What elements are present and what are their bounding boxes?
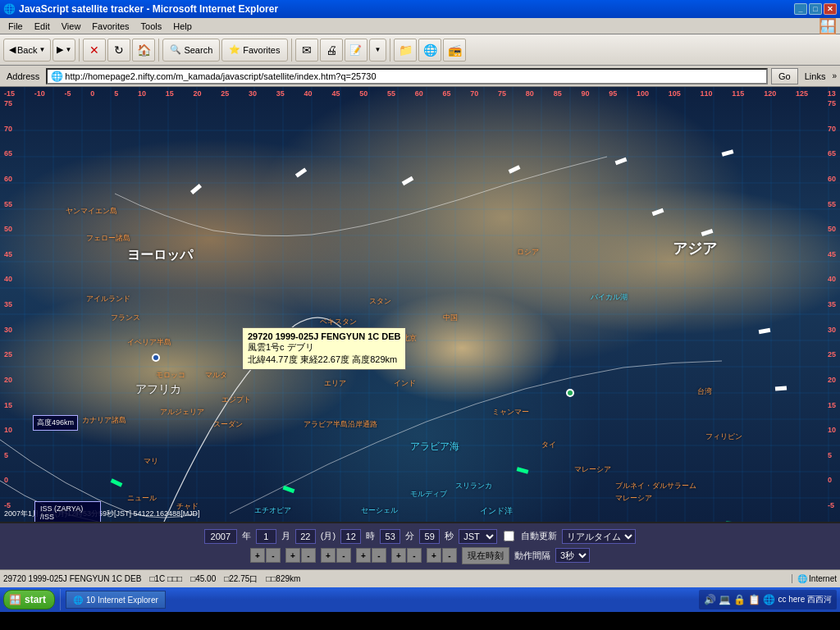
sec-minus-btn[interactable]: - xyxy=(442,548,457,563)
menu-file[interactable]: File xyxy=(3,20,28,33)
windows-logo-icon: 🪟 xyxy=(819,17,837,35)
radio-button[interactable]: 📻 xyxy=(443,39,466,62)
title-bar: 🌐 JavaScript satellite tracker - Microso… xyxy=(0,0,840,18)
menu-view[interactable]: View xyxy=(57,20,86,33)
day-plus-btn[interactable]: + xyxy=(321,548,336,563)
menu-favorites[interactable]: Favorites xyxy=(87,20,134,33)
year-minus-btn[interactable]: - xyxy=(266,548,281,563)
auto-update-checkbox[interactable] xyxy=(504,531,514,541)
start-button[interactable]: 🪟 start xyxy=(3,590,55,609)
menu-help[interactable]: Help xyxy=(168,20,197,33)
sec-adj: + - xyxy=(427,548,457,563)
status-bar: 29720 1999-025J FENGYUN 1C DEB □1C □□□ □… xyxy=(0,569,840,587)
go-button[interactable]: Go xyxy=(771,68,798,84)
year-adj: + - xyxy=(250,548,281,563)
min-adj: + - xyxy=(391,548,422,563)
year-plus-btn[interactable]: + xyxy=(250,548,265,563)
address-input-container[interactable]: 🌐 http://homepage2.nifty.com/m_kamada/ja… xyxy=(46,68,768,84)
hour-minus-btn[interactable]: - xyxy=(372,548,386,563)
links-button[interactable]: Links xyxy=(801,71,829,81)
day-adj: + - xyxy=(321,548,351,563)
year-label: 年 xyxy=(242,530,251,542)
year-input[interactable] xyxy=(204,529,237,544)
sec-plus-btn[interactable]: + xyxy=(427,548,441,563)
taskbar-separator xyxy=(60,589,61,610)
controls-bar: 年 月 (月) 時 分 秒 JST UTC 自動更新 リアルタイム + - + … xyxy=(0,522,840,569)
altitude-text-1: 高度496km xyxy=(37,418,74,428)
min-minus-btn[interactable]: - xyxy=(407,548,422,563)
month-adj: + - xyxy=(285,548,316,563)
controls-row-2: + - + - + - + - + - + - 現在時刻 動作間隔 3秒 1秒 … xyxy=(250,547,590,564)
toolbar-separator-1 xyxy=(79,39,80,62)
month-input[interactable] xyxy=(256,529,276,544)
favorites-star-icon: ⭐ xyxy=(229,44,240,55)
favorites-button[interactable]: ⭐ Favorites xyxy=(221,39,287,62)
print-button[interactable]: 🖨 xyxy=(320,39,343,62)
stop-button[interactable]: ✕ xyxy=(83,39,106,62)
month-label: 月 xyxy=(281,530,290,542)
hour-plus-btn[interactable]: + xyxy=(356,548,371,563)
tray-icon-1: 🔊 xyxy=(704,594,716,605)
minimize-button[interactable]: _ xyxy=(794,3,807,15)
network-button[interactable]: 🌐 xyxy=(418,39,441,62)
month-plus-btn[interactable]: + xyxy=(285,548,300,563)
edit-dropdown[interactable]: ▼ xyxy=(369,39,387,62)
min-input[interactable] xyxy=(380,529,400,544)
edit-button[interactable]: 📝 xyxy=(345,39,368,62)
auto-update-label: 自動更新 xyxy=(521,530,557,542)
tray-icon-3: 🔒 xyxy=(733,594,746,605)
popup-line-3: 北緯44.77度 東経22.67度 高度829km xyxy=(248,354,400,366)
altitude-box-1: 高度496km xyxy=(33,415,78,431)
popup-line-2: 風雲1号c デブリ xyxy=(248,341,400,354)
hour-input[interactable] xyxy=(340,529,361,544)
tray-icon-4: 📋 xyxy=(748,594,760,605)
address-globe-icon: 🌐 xyxy=(51,71,63,82)
search-button[interactable]: 🔍 Search xyxy=(162,39,220,62)
taskbar-ie-button[interactable]: 🌐 10 Internet Explorer xyxy=(66,591,166,609)
mail-button[interactable]: ✉ xyxy=(295,39,318,62)
edit-dropdown-icon: ▼ xyxy=(375,46,381,53)
refresh-button[interactable]: ↻ xyxy=(107,39,130,62)
sec-input[interactable] xyxy=(419,529,440,544)
taskbar-left: 🪟 start 🌐 10 Internet Explorer xyxy=(3,589,166,610)
search-icon: 🔍 xyxy=(170,44,181,55)
links-expand-icon[interactable]: » xyxy=(832,71,837,80)
fengyun-popup: 29720 1999-025J FENGYUN 1C DEB 風雲1号c デブリ… xyxy=(242,327,406,370)
now-button[interactable]: 現在時刻 xyxy=(462,547,509,564)
month-minus-btn[interactable]: - xyxy=(301,548,316,563)
back-button[interactable]: ◀ Back ▼ xyxy=(3,39,51,62)
system-tray: 🔊 💻 🔒 📋 🌐 cc here 西西河 xyxy=(699,590,837,609)
day-label: (月) xyxy=(321,530,336,542)
day-input[interactable] xyxy=(295,529,316,544)
toolbar-separator-3 xyxy=(291,39,292,62)
min-plus-btn[interactable]: + xyxy=(391,548,406,563)
title-bar-icon: 🌐 xyxy=(3,3,16,15)
forward-button[interactable]: ▶ ▼ xyxy=(52,39,75,62)
map-container: -15 -10 -5 0 5 10 15 20 25 30 35 40 45 5… xyxy=(0,87,840,522)
title-bar-text: JavaScript satellite tracker - Microsoft… xyxy=(19,3,278,15)
interval-select[interactable]: 3秒 1秒 5秒 xyxy=(555,548,590,563)
map-background xyxy=(0,87,840,522)
taskbar: 🪟 start 🌐 10 Internet Explorer 🔊 💻 🔒 📋 🌐… xyxy=(0,587,840,612)
realtime-select[interactable]: リアルタイム xyxy=(562,529,636,544)
home-button[interactable]: 🏠 xyxy=(132,39,155,62)
close-button[interactable]: ✕ xyxy=(824,3,837,15)
timezone-select[interactable]: JST UTC xyxy=(459,529,497,544)
toolbar: ◀ Back ▼ ▶ ▼ ✕ ↻ 🏠 🔍 Search ⭐ Favorites … xyxy=(0,34,840,66)
popup-line-1: 29720 1999-025J FENGYUN 1C DEB xyxy=(248,331,400,341)
status-internet-zone: 🌐 Internet xyxy=(792,574,837,583)
globe-status-icon: 🌐 xyxy=(797,574,807,583)
interval-label: 動作間隔 xyxy=(514,550,550,562)
iss-line-3: 15度 高度344km xyxy=(40,521,95,522)
bottom-timestamp: 2007年1月22日(月)12時53分59秒[JST] 54122.162488… xyxy=(4,509,200,519)
dot-marker-1 xyxy=(152,354,160,362)
forward-arrow-icon: ▶ xyxy=(57,44,63,55)
address-bar: Address 🌐 http://homepage2.nifty.com/m_k… xyxy=(0,66,840,87)
tray-icon-2: 💻 xyxy=(719,594,731,605)
maximize-button[interactable]: □ xyxy=(809,3,822,15)
menu-edit[interactable]: Edit xyxy=(30,20,55,33)
menu-tools[interactable]: Tools xyxy=(136,20,167,33)
dot-marker-2 xyxy=(566,389,574,397)
day-minus-btn[interactable]: - xyxy=(336,548,351,563)
folder-button[interactable]: 📁 xyxy=(394,39,417,62)
